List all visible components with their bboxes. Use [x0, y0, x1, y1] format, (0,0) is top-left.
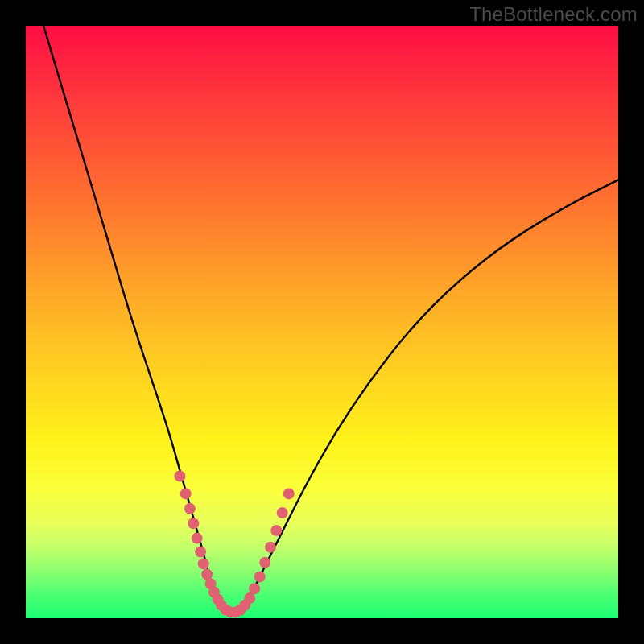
watermark-text: TheBottleneck.com [469, 3, 638, 26]
marker-dot [198, 558, 209, 569]
marker-dot [270, 525, 282, 536]
chart-frame: TheBottleneck.com [0, 0, 644, 644]
marker-dot [265, 542, 276, 553]
marker-dot [188, 518, 199, 529]
chart-svg [26, 26, 618, 618]
marker-dot [174, 470, 185, 481]
marker-dot [254, 572, 266, 583]
marker-dot [283, 488, 295, 499]
bottleneck-curve [43, 26, 618, 613]
marker-dot [195, 547, 206, 558]
marker-dot [259, 557, 270, 568]
marker-dot [277, 507, 288, 518]
marker-dot [180, 488, 192, 499]
marker-dot [184, 503, 196, 514]
marker-dot [249, 583, 260, 594]
marker-dot [192, 533, 203, 544]
